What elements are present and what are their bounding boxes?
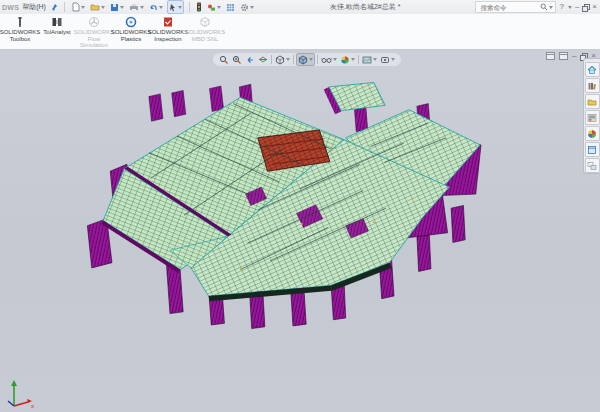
rebuild-traffic-light-button[interactable] <box>195 1 203 13</box>
plastics-icon <box>125 16 137 28</box>
addin-label: SOLIDWORKS Toolbox <box>0 29 40 42</box>
command-manager: SOLIDWORKS Toolbox TolAnalyst SOLIDWORKS… <box>0 14 600 50</box>
addin-solidworks-toolbox[interactable]: SOLIDWORKS Toolbox <box>2 14 38 42</box>
divider <box>317 55 318 64</box>
options-grid-button[interactable] <box>225 1 236 13</box>
new-button[interactable] <box>70 1 86 13</box>
view-orientation-icon[interactable] <box>274 54 291 65</box>
pin-icon[interactable] <box>49 1 59 13</box>
addin-flow-simulation: SOLIDWORKS Flow Simulation <box>76 14 112 49</box>
file-explorer-icon[interactable] <box>585 94 600 109</box>
minimize-button[interactable]: – <box>575 2 579 12</box>
help-button[interactable]: ? <box>559 2 563 12</box>
appearances-icon[interactable] <box>585 126 600 141</box>
addin-mbd-snl: SOLIDWORKS MBD SNL <box>187 14 223 42</box>
menu-help[interactable]: 帮助(H) <box>22 2 46 12</box>
search-input[interactable] <box>478 3 540 12</box>
addin-plastics[interactable]: SOLIDWORKS Plastics <box>113 14 149 42</box>
home-icon[interactable] <box>585 62 600 77</box>
close-button[interactable]: × <box>592 2 597 12</box>
divider <box>271 55 272 64</box>
search-icon[interactable] <box>540 3 548 11</box>
edit-appearance-icon[interactable] <box>339 54 356 65</box>
heads-up-toolbar <box>213 53 401 66</box>
app-logo: DWS <box>2 4 19 11</box>
doc-minimize-button[interactable]: – <box>572 51 576 60</box>
previous-view-icon[interactable] <box>244 54 256 65</box>
search-scope-caret[interactable] <box>549 6 553 9</box>
custom-properties-icon[interactable] <box>585 142 600 157</box>
addin-label: SOLIDWORKS MBD SNL <box>185 29 226 42</box>
addin-label: TolAnalyst <box>43 29 70 36</box>
inspection-icon <box>162 16 174 28</box>
undo-button[interactable] <box>148 1 164 13</box>
document-title: 友佳.欧尚名城2#总装 * <box>255 2 475 12</box>
graphics-area[interactable]: – × <box>0 50 600 412</box>
task-pane <box>583 58 600 174</box>
window-icon[interactable] <box>546 52 555 60</box>
title-bar: DWS 帮助(H) <box>0 0 600 15</box>
view-settings-icon[interactable] <box>379 54 396 65</box>
divider <box>293 55 294 64</box>
section-view-icon[interactable] <box>257 54 269 65</box>
divider <box>358 55 359 64</box>
hide-show-items-icon[interactable] <box>320 54 338 65</box>
help-caret[interactable] <box>568 6 572 9</box>
display-style-icon[interactable] <box>296 53 315 66</box>
addin-inspection[interactable]: SOLIDWORKS Inspection <box>150 14 186 42</box>
zoom-to-fit-icon[interactable] <box>218 54 230 65</box>
print-button[interactable] <box>128 1 145 13</box>
open-button[interactable] <box>89 1 106 13</box>
zoom-to-area-icon[interactable] <box>231 54 243 65</box>
addin-tolanalyst[interactable]: TolAnalyst <box>39 14 75 36</box>
appearance-button[interactable] <box>206 1 222 13</box>
formwork-3d-model[interactable] <box>0 50 600 412</box>
solidworks-window: DWS 帮助(H) <box>0 0 600 412</box>
divider <box>189 2 190 12</box>
divider <box>64 2 65 12</box>
select-button[interactable] <box>167 0 184 14</box>
triad-x-label: x <box>31 403 34 409</box>
addin-label: SOLIDWORKS Plastics <box>111 29 152 42</box>
restore-button[interactable] <box>582 4 589 10</box>
toolbox-icon <box>14 16 26 28</box>
search-box <box>475 1 556 13</box>
addin-label: SOLIDWORKS Inspection <box>148 29 189 42</box>
copy-settings-icon[interactable] <box>585 158 600 173</box>
mbd-icon <box>199 16 211 28</box>
tolanalyst-icon <box>51 16 63 28</box>
apply-scene-icon[interactable] <box>361 54 378 65</box>
view-palette-icon[interactable] <box>585 110 600 125</box>
flow-simulation-icon <box>88 16 100 28</box>
addin-label: SOLIDWORKS Flow Simulation <box>74 29 115 49</box>
reference-triad: x <box>2 376 36 410</box>
design-library-icon[interactable] <box>585 78 600 93</box>
window-icon[interactable] <box>559 52 568 60</box>
settings-gear-button[interactable] <box>239 1 255 13</box>
save-button[interactable] <box>109 1 125 13</box>
